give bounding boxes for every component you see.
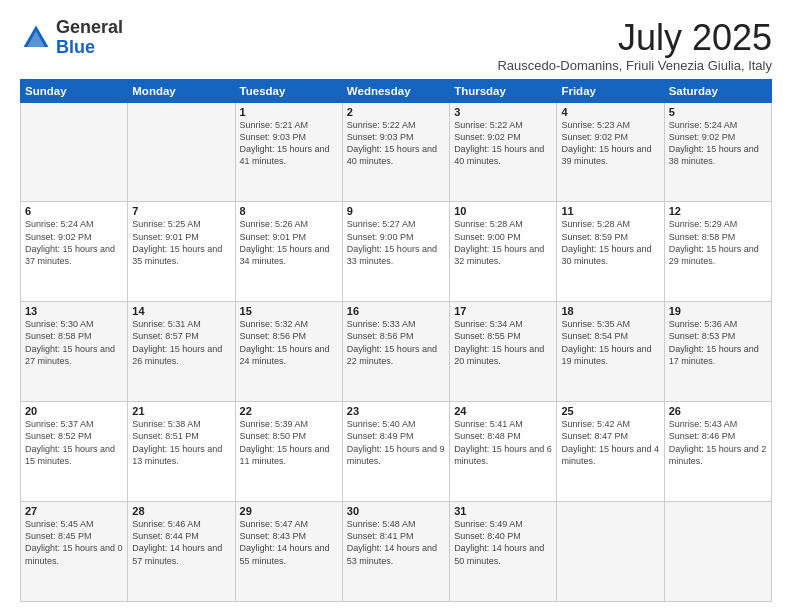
weekday-header-monday: Monday [128, 79, 235, 102]
day-info: Sunrise: 5:35 AM Sunset: 8:54 PM Dayligh… [561, 318, 659, 367]
calendar-cell: 31Sunrise: 5:49 AM Sunset: 8:40 PM Dayli… [450, 502, 557, 602]
week-row-2: 6Sunrise: 5:24 AM Sunset: 9:02 PM Daylig… [21, 202, 772, 302]
calendar-cell: 15Sunrise: 5:32 AM Sunset: 8:56 PM Dayli… [235, 302, 342, 402]
calendar-cell [128, 102, 235, 202]
weekday-header-sunday: Sunday [21, 79, 128, 102]
day-info: Sunrise: 5:47 AM Sunset: 8:43 PM Dayligh… [240, 518, 338, 567]
calendar-cell: 21Sunrise: 5:38 AM Sunset: 8:51 PM Dayli… [128, 402, 235, 502]
calendar-cell: 25Sunrise: 5:42 AM Sunset: 8:47 PM Dayli… [557, 402, 664, 502]
calendar-cell: 16Sunrise: 5:33 AM Sunset: 8:56 PM Dayli… [342, 302, 449, 402]
day-info: Sunrise: 5:41 AM Sunset: 8:48 PM Dayligh… [454, 418, 552, 467]
day-number: 25 [561, 405, 659, 417]
day-number: 2 [347, 106, 445, 118]
day-info: Sunrise: 5:43 AM Sunset: 8:46 PM Dayligh… [669, 418, 767, 467]
page: General Blue July 2025 Rauscedo-Domanins… [0, 0, 792, 612]
day-number: 27 [25, 505, 123, 517]
title-month: July 2025 [497, 18, 772, 58]
day-number: 4 [561, 106, 659, 118]
header: General Blue July 2025 Rauscedo-Domanins… [20, 18, 772, 73]
day-info: Sunrise: 5:26 AM Sunset: 9:01 PM Dayligh… [240, 218, 338, 267]
day-number: 28 [132, 505, 230, 517]
day-number: 11 [561, 205, 659, 217]
day-info: Sunrise: 5:24 AM Sunset: 9:02 PM Dayligh… [25, 218, 123, 267]
logo-text: General Blue [56, 18, 123, 58]
day-info: Sunrise: 5:33 AM Sunset: 8:56 PM Dayligh… [347, 318, 445, 367]
calendar-cell: 3Sunrise: 5:22 AM Sunset: 9:02 PM Daylig… [450, 102, 557, 202]
calendar-cell: 7Sunrise: 5:25 AM Sunset: 9:01 PM Daylig… [128, 202, 235, 302]
calendar-cell [664, 502, 771, 602]
calendar-cell: 1Sunrise: 5:21 AM Sunset: 9:03 PM Daylig… [235, 102, 342, 202]
day-number: 24 [454, 405, 552, 417]
day-info: Sunrise: 5:37 AM Sunset: 8:52 PM Dayligh… [25, 418, 123, 467]
title-block: July 2025 Rauscedo-Domanins, Friuli Vene… [497, 18, 772, 73]
calendar-cell: 26Sunrise: 5:43 AM Sunset: 8:46 PM Dayli… [664, 402, 771, 502]
calendar-cell: 6Sunrise: 5:24 AM Sunset: 9:02 PM Daylig… [21, 202, 128, 302]
day-info: Sunrise: 5:39 AM Sunset: 8:50 PM Dayligh… [240, 418, 338, 467]
day-info: Sunrise: 5:34 AM Sunset: 8:55 PM Dayligh… [454, 318, 552, 367]
calendar-cell: 12Sunrise: 5:29 AM Sunset: 8:58 PM Dayli… [664, 202, 771, 302]
day-info: Sunrise: 5:22 AM Sunset: 9:03 PM Dayligh… [347, 119, 445, 168]
calendar-cell: 9Sunrise: 5:27 AM Sunset: 9:00 PM Daylig… [342, 202, 449, 302]
calendar-cell: 5Sunrise: 5:24 AM Sunset: 9:02 PM Daylig… [664, 102, 771, 202]
day-number: 29 [240, 505, 338, 517]
day-info: Sunrise: 5:24 AM Sunset: 9:02 PM Dayligh… [669, 119, 767, 168]
logo-general: General [56, 17, 123, 37]
day-info: Sunrise: 5:46 AM Sunset: 8:44 PM Dayligh… [132, 518, 230, 567]
calendar-cell: 24Sunrise: 5:41 AM Sunset: 8:48 PM Dayli… [450, 402, 557, 502]
day-info: Sunrise: 5:27 AM Sunset: 9:00 PM Dayligh… [347, 218, 445, 267]
day-number: 22 [240, 405, 338, 417]
calendar-cell: 23Sunrise: 5:40 AM Sunset: 8:49 PM Dayli… [342, 402, 449, 502]
day-info: Sunrise: 5:30 AM Sunset: 8:58 PM Dayligh… [25, 318, 123, 367]
calendar-cell: 22Sunrise: 5:39 AM Sunset: 8:50 PM Dayli… [235, 402, 342, 502]
day-info: Sunrise: 5:28 AM Sunset: 9:00 PM Dayligh… [454, 218, 552, 267]
day-info: Sunrise: 5:21 AM Sunset: 9:03 PM Dayligh… [240, 119, 338, 168]
logo-blue: Blue [56, 37, 95, 57]
logo: General Blue [20, 18, 123, 58]
calendar-cell: 28Sunrise: 5:46 AM Sunset: 8:44 PM Dayli… [128, 502, 235, 602]
day-number: 16 [347, 305, 445, 317]
title-location: Rauscedo-Domanins, Friuli Venezia Giulia… [497, 58, 772, 73]
week-row-1: 1Sunrise: 5:21 AM Sunset: 9:03 PM Daylig… [21, 102, 772, 202]
day-info: Sunrise: 5:36 AM Sunset: 8:53 PM Dayligh… [669, 318, 767, 367]
calendar-table: SundayMondayTuesdayWednesdayThursdayFrid… [20, 79, 772, 602]
day-info: Sunrise: 5:40 AM Sunset: 8:49 PM Dayligh… [347, 418, 445, 467]
day-number: 18 [561, 305, 659, 317]
day-number: 23 [347, 405, 445, 417]
day-number: 31 [454, 505, 552, 517]
calendar-cell: 10Sunrise: 5:28 AM Sunset: 9:00 PM Dayli… [450, 202, 557, 302]
weekday-header-wednesday: Wednesday [342, 79, 449, 102]
day-number: 12 [669, 205, 767, 217]
day-number: 1 [240, 106, 338, 118]
day-number: 9 [347, 205, 445, 217]
day-number: 10 [454, 205, 552, 217]
day-number: 20 [25, 405, 123, 417]
day-number: 21 [132, 405, 230, 417]
weekday-header-friday: Friday [557, 79, 664, 102]
weekday-header-saturday: Saturday [664, 79, 771, 102]
calendar-cell: 11Sunrise: 5:28 AM Sunset: 8:59 PM Dayli… [557, 202, 664, 302]
calendar-cell: 13Sunrise: 5:30 AM Sunset: 8:58 PM Dayli… [21, 302, 128, 402]
day-info: Sunrise: 5:42 AM Sunset: 8:47 PM Dayligh… [561, 418, 659, 467]
day-number: 15 [240, 305, 338, 317]
calendar-cell: 14Sunrise: 5:31 AM Sunset: 8:57 PM Dayli… [128, 302, 235, 402]
weekday-header-thursday: Thursday [450, 79, 557, 102]
day-info: Sunrise: 5:38 AM Sunset: 8:51 PM Dayligh… [132, 418, 230, 467]
day-number: 14 [132, 305, 230, 317]
day-info: Sunrise: 5:29 AM Sunset: 8:58 PM Dayligh… [669, 218, 767, 267]
calendar-cell: 27Sunrise: 5:45 AM Sunset: 8:45 PM Dayli… [21, 502, 128, 602]
day-number: 6 [25, 205, 123, 217]
day-info: Sunrise: 5:49 AM Sunset: 8:40 PM Dayligh… [454, 518, 552, 567]
calendar-cell: 4Sunrise: 5:23 AM Sunset: 9:02 PM Daylig… [557, 102, 664, 202]
week-row-3: 13Sunrise: 5:30 AM Sunset: 8:58 PM Dayli… [21, 302, 772, 402]
week-row-4: 20Sunrise: 5:37 AM Sunset: 8:52 PM Dayli… [21, 402, 772, 502]
week-row-5: 27Sunrise: 5:45 AM Sunset: 8:45 PM Dayli… [21, 502, 772, 602]
day-number: 13 [25, 305, 123, 317]
day-info: Sunrise: 5:48 AM Sunset: 8:41 PM Dayligh… [347, 518, 445, 567]
calendar-cell: 29Sunrise: 5:47 AM Sunset: 8:43 PM Dayli… [235, 502, 342, 602]
day-info: Sunrise: 5:25 AM Sunset: 9:01 PM Dayligh… [132, 218, 230, 267]
calendar-cell [557, 502, 664, 602]
day-number: 30 [347, 505, 445, 517]
day-number: 3 [454, 106, 552, 118]
calendar-cell [21, 102, 128, 202]
logo-icon [20, 22, 52, 54]
